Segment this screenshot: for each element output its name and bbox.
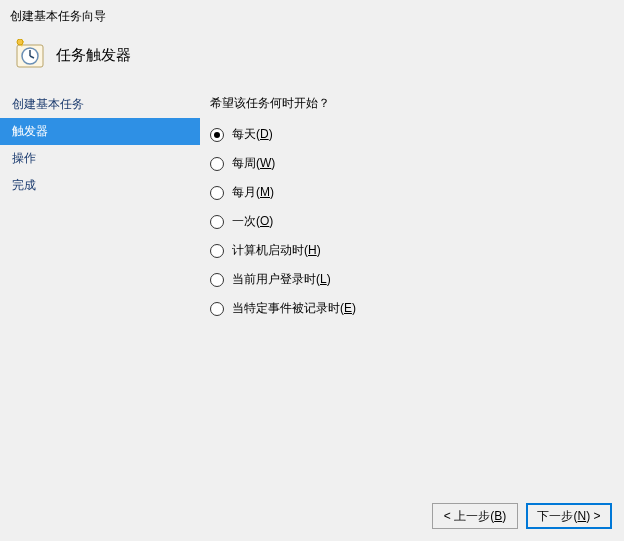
wizard-sidebar: 创建基本任务触发器操作完成 [0,91,200,333]
trigger-option-label: 一次(O) [232,213,273,230]
sidebar-item-2[interactable]: 操作 [0,145,200,172]
window-title: 创建基本任务向导 [10,8,614,25]
next-button-label: 下一步(N) > [537,508,600,525]
sidebar-item-3[interactable]: 完成 [0,172,200,199]
trigger-option-label: 计算机启动时(H) [232,242,321,259]
trigger-option-6[interactable]: 当特定事件被记录时(E) [210,300,614,317]
radio-icon [210,302,224,316]
sidebar-item-0[interactable]: 创建基本任务 [0,91,200,118]
trigger-option-2[interactable]: 每月(M) [210,184,614,201]
trigger-option-5[interactable]: 当前用户登录时(L) [210,271,614,288]
next-button[interactable]: 下一步(N) > [526,503,612,529]
radio-icon [210,186,224,200]
radio-icon [210,215,224,229]
radio-icon [210,157,224,171]
radio-icon [210,244,224,258]
back-button[interactable]: < 上一步(B) [432,503,518,529]
trigger-option-label: 每周(W) [232,155,275,172]
trigger-option-0[interactable]: 每天(D) [210,126,614,143]
trigger-option-4[interactable]: 计算机启动时(H) [210,242,614,259]
trigger-option-label: 每月(M) [232,184,274,201]
sidebar-item-1[interactable]: 触发器 [0,118,200,145]
clock-icon [14,39,46,71]
page-title: 任务触发器 [56,46,131,65]
trigger-question: 希望该任务何时开始？ [210,95,614,112]
svg-point-4 [17,39,23,45]
wizard-content: 希望该任务何时开始？ 每天(D)每周(W)每月(M)一次(O)计算机启动时(H)… [200,91,624,333]
trigger-option-label: 当前用户登录时(L) [232,271,331,288]
trigger-option-3[interactable]: 一次(O) [210,213,614,230]
back-button-label: < 上一步(B) [444,508,506,525]
radio-icon [210,128,224,142]
radio-icon [210,273,224,287]
trigger-option-1[interactable]: 每周(W) [210,155,614,172]
trigger-option-label: 当特定事件被记录时(E) [232,300,356,317]
trigger-option-label: 每天(D) [232,126,273,143]
